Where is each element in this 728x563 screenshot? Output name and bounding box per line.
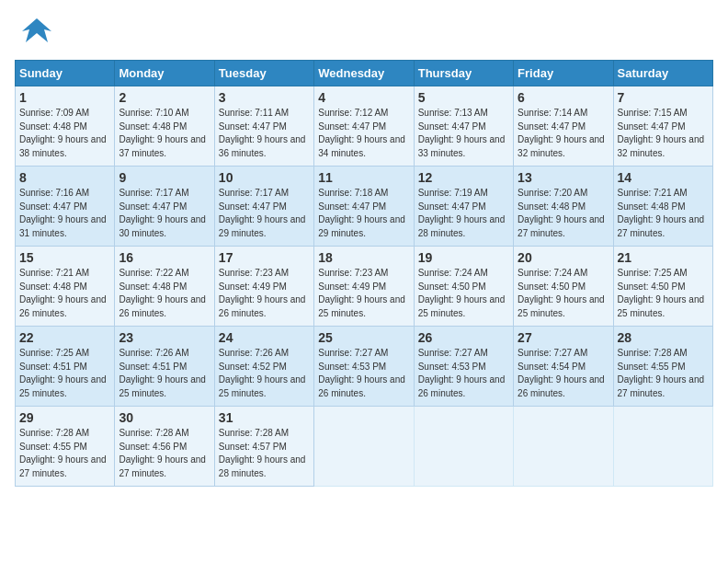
empty-cell <box>514 407 613 487</box>
week-row-5: 29 Sunrise: 7:28 AM Sunset: 4:55 PM Dayl… <box>16 407 713 487</box>
day-cell-30: 30 Sunrise: 7:28 AM Sunset: 4:56 PM Dayl… <box>115 407 214 487</box>
day-info: Sunrise: 7:19 AM Sunset: 4:47 PM Dayligh… <box>418 187 509 240</box>
sunrise-label: Sunrise: 7:23 AM <box>318 268 388 278</box>
day-cell-15: 15 Sunrise: 7:21 AM Sunset: 4:48 PM Dayl… <box>16 247 115 327</box>
day-cell-16: 16 Sunrise: 7:22 AM Sunset: 4:48 PM Dayl… <box>115 247 214 327</box>
daylight-label: Daylight: 9 hours and 26 minutes. <box>418 374 506 398</box>
day-number: 13 <box>518 170 609 185</box>
day-info: Sunrise: 7:09 AM Sunset: 4:48 PM Dayligh… <box>19 107 110 160</box>
sunrise-label: Sunrise: 7:26 AM <box>219 348 289 358</box>
day-info: Sunrise: 7:13 AM Sunset: 4:47 PM Dayligh… <box>418 107 509 160</box>
sunrise-label: Sunrise: 7:21 AM <box>618 188 688 198</box>
day-cell-14: 14 Sunrise: 7:21 AM Sunset: 4:48 PM Dayl… <box>613 167 712 247</box>
day-cell-4: 4 Sunrise: 7:12 AM Sunset: 4:47 PM Dayli… <box>314 86 414 167</box>
day-number: 19 <box>418 250 509 265</box>
sunrise-label: Sunrise: 7:27 AM <box>518 348 587 358</box>
day-number: 1 <box>19 90 110 105</box>
daylight-label: Daylight: 9 hours and 26 minutes. <box>19 294 107 318</box>
sunrise-label: Sunrise: 7:27 AM <box>418 348 488 358</box>
sunrise-label: Sunrise: 7:24 AM <box>418 268 488 278</box>
daylight-label: Daylight: 9 hours and 27 minutes. <box>618 214 705 238</box>
daylight-label: Daylight: 9 hours and 27 minutes. <box>19 454 107 478</box>
sunrise-label: Sunrise: 7:16 AM <box>19 188 89 198</box>
day-number: 10 <box>219 170 310 185</box>
day-cell-1: 1 Sunrise: 7:09 AM Sunset: 4:48 PM Dayli… <box>16 86 115 167</box>
daylight-label: Daylight: 9 hours and 28 minutes. <box>219 454 306 478</box>
day-number: 17 <box>219 250 310 265</box>
sunrise-label: Sunrise: 7:10 AM <box>119 108 188 118</box>
sunrise-label: Sunrise: 7:25 AM <box>19 348 89 358</box>
sunrise-label: Sunrise: 7:09 AM <box>19 108 89 118</box>
day-info: Sunrise: 7:21 AM Sunset: 4:48 PM Dayligh… <box>618 187 709 240</box>
day-cell-29: 29 Sunrise: 7:28 AM Sunset: 4:55 PM Dayl… <box>16 407 115 487</box>
daylight-label: Daylight: 9 hours and 27 minutes. <box>119 454 206 478</box>
day-info: Sunrise: 7:17 AM Sunset: 4:47 PM Dayligh… <box>219 187 310 240</box>
daylight-label: Daylight: 9 hours and 26 minutes. <box>119 294 206 318</box>
day-info: Sunrise: 7:14 AM Sunset: 4:47 PM Dayligh… <box>518 107 609 160</box>
sunset-label: Sunset: 4:48 PM <box>19 282 87 292</box>
day-info: Sunrise: 7:24 AM Sunset: 4:50 PM Dayligh… <box>518 267 609 320</box>
day-cell-2: 2 Sunrise: 7:10 AM Sunset: 4:48 PM Dayli… <box>115 86 214 167</box>
day-number: 5 <box>418 90 509 105</box>
day-number: 25 <box>318 330 409 345</box>
sunset-label: Sunset: 4:56 PM <box>119 442 187 452</box>
day-number: 21 <box>618 250 709 265</box>
daylight-label: Daylight: 9 hours and 25 minutes. <box>318 294 405 318</box>
header-wednesday: Wednesday <box>314 61 414 86</box>
day-number: 15 <box>19 250 110 265</box>
week-row-1: 1 Sunrise: 7:09 AM Sunset: 4:48 PM Dayli… <box>16 86 713 167</box>
day-cell-6: 6 Sunrise: 7:14 AM Sunset: 4:47 PM Dayli… <box>514 86 613 167</box>
sunrise-label: Sunrise: 7:28 AM <box>618 348 688 358</box>
day-number: 3 <box>219 90 310 105</box>
sunset-label: Sunset: 4:48 PM <box>19 121 87 132</box>
day-cell-18: 18 Sunrise: 7:23 AM Sunset: 4:49 PM Dayl… <box>314 247 414 327</box>
day-number: 7 <box>618 90 709 105</box>
daylight-label: Daylight: 9 hours and 31 minutes. <box>19 214 107 238</box>
day-info: Sunrise: 7:27 AM Sunset: 4:53 PM Dayligh… <box>418 347 509 400</box>
day-cell-31: 31 Sunrise: 7:28 AM Sunset: 4:57 PM Dayl… <box>214 407 313 487</box>
day-number: 8 <box>19 170 110 185</box>
sunrise-label: Sunrise: 7:19 AM <box>418 188 488 198</box>
day-info: Sunrise: 7:28 AM Sunset: 4:55 PM Dayligh… <box>19 427 110 480</box>
week-row-2: 8 Sunrise: 7:16 AM Sunset: 4:47 PM Dayli… <box>16 167 713 247</box>
sunset-label: Sunset: 4:48 PM <box>618 201 686 212</box>
empty-cell <box>314 407 414 487</box>
sunrise-label: Sunrise: 7:28 AM <box>219 428 289 438</box>
sunrise-label: Sunrise: 7:12 AM <box>318 108 388 118</box>
sunrise-label: Sunrise: 7:25 AM <box>618 268 688 278</box>
day-info: Sunrise: 7:15 AM Sunset: 4:47 PM Dayligh… <box>618 107 709 160</box>
day-number: 18 <box>318 250 409 265</box>
daylight-label: Daylight: 9 hours and 30 minutes. <box>119 214 206 238</box>
day-number: 24 <box>219 330 310 345</box>
empty-cell <box>613 407 712 487</box>
daylight-label: Daylight: 9 hours and 27 minutes. <box>618 374 705 398</box>
sunrise-label: Sunrise: 7:13 AM <box>418 108 488 118</box>
daylight-label: Daylight: 9 hours and 25 minutes. <box>119 374 206 398</box>
daylight-label: Daylight: 9 hours and 25 minutes. <box>418 294 506 318</box>
sunset-label: Sunset: 4:54 PM <box>518 362 586 372</box>
day-cell-7: 7 Sunrise: 7:15 AM Sunset: 4:47 PM Dayli… <box>613 86 712 167</box>
day-number: 28 <box>618 330 709 345</box>
sunrise-label: Sunrise: 7:28 AM <box>19 428 89 438</box>
day-cell-28: 28 Sunrise: 7:28 AM Sunset: 4:55 PM Dayl… <box>613 327 712 407</box>
daylight-label: Daylight: 9 hours and 38 minutes. <box>19 134 107 158</box>
sunset-label: Sunset: 4:57 PM <box>219 442 287 452</box>
sunrise-label: Sunrise: 7:15 AM <box>618 108 688 118</box>
day-cell-3: 3 Sunrise: 7:11 AM Sunset: 4:47 PM Dayli… <box>214 86 313 167</box>
day-number: 27 <box>518 330 609 345</box>
sunset-label: Sunset: 4:50 PM <box>518 282 586 292</box>
day-cell-25: 25 Sunrise: 7:27 AM Sunset: 4:53 PM Dayl… <box>314 327 414 407</box>
header-tuesday: Tuesday <box>214 61 313 86</box>
header-thursday: Thursday <box>414 61 513 86</box>
day-info: Sunrise: 7:17 AM Sunset: 4:47 PM Dayligh… <box>119 187 210 240</box>
daylight-label: Daylight: 9 hours and 28 minutes. <box>418 214 506 238</box>
daylight-label: Daylight: 9 hours and 37 minutes. <box>119 134 206 158</box>
calendar-container: SundayMondayTuesdayWednesdayThursdayFrid… <box>0 0 728 496</box>
daylight-label: Daylight: 9 hours and 25 minutes. <box>518 294 605 318</box>
sunset-label: Sunset: 4:50 PM <box>418 282 486 292</box>
sunset-label: Sunset: 4:53 PM <box>418 362 486 372</box>
day-cell-19: 19 Sunrise: 7:24 AM Sunset: 4:50 PM Dayl… <box>414 247 513 327</box>
day-info: Sunrise: 7:11 AM Sunset: 4:47 PM Dayligh… <box>219 107 310 160</box>
sunset-label: Sunset: 4:51 PM <box>19 362 87 372</box>
daylight-label: Daylight: 9 hours and 36 minutes. <box>219 134 306 158</box>
